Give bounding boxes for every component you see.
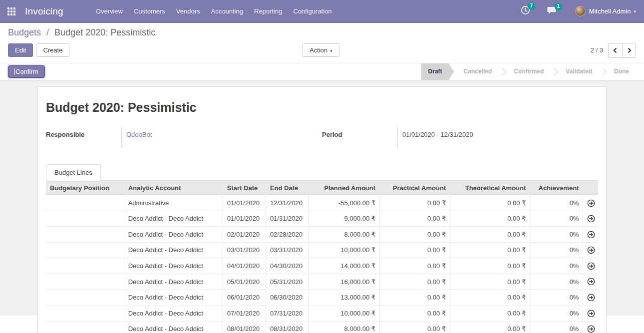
column-header-theoretical-amount[interactable]: Theoretical Amount bbox=[450, 181, 530, 195]
cell: 8,000.00 ₹ bbox=[309, 227, 379, 243]
budget-line-row[interactable]: Deco Addict - Deco Addict03/01/202003/31… bbox=[46, 242, 598, 258]
cell: 05/31/2020 bbox=[266, 274, 309, 290]
open-record-arrow-icon bbox=[587, 278, 595, 286]
open-line-button[interactable] bbox=[583, 195, 598, 211]
cell: 05/01/2020 bbox=[223, 274, 266, 290]
chevron-down-icon: ▾ bbox=[330, 48, 332, 53]
field-group: Responsible OdooBot Period 01/01/2020 - … bbox=[46, 126, 598, 147]
statusbar: Confirm DraftCancelledConfirmedValidated… bbox=[0, 63, 644, 80]
tab-budget-lines[interactable]: Budget Lines bbox=[46, 164, 101, 181]
budget-line-row[interactable]: Deco Addict - Deco Addict02/01/202002/28… bbox=[46, 227, 598, 243]
budget-line-row[interactable]: Deco Addict - Deco Addict06/01/202006/30… bbox=[46, 290, 598, 306]
messages-button[interactable]: 1 bbox=[542, 4, 562, 19]
column-header-end-date[interactable]: End Date bbox=[266, 181, 309, 195]
menu-item-vendors[interactable]: Vendors bbox=[171, 4, 206, 18]
activities-button[interactable]: 7 bbox=[516, 3, 535, 19]
clock-icon bbox=[521, 8, 530, 16]
budget-line-row[interactable]: Administrative01/01/202012/31/2020-55,00… bbox=[46, 195, 598, 211]
menu-item-overview[interactable]: Overview bbox=[90, 4, 128, 18]
cell: 0.00 ₹ bbox=[450, 211, 530, 227]
form-view-background: Budget 2020: Pessimistic Responsible Odo… bbox=[0, 80, 644, 316]
open-line-button[interactable] bbox=[583, 321, 598, 333]
open-record-arrow-icon bbox=[587, 294, 595, 302]
cell: Deco Addict - Deco Addict bbox=[124, 321, 223, 333]
status-cancelled[interactable]: Cancelled bbox=[456, 63, 500, 80]
main-menu: OverviewCustomersVendorsAccountingReport… bbox=[90, 4, 337, 18]
breadcrumb-budgets-link[interactable]: Budgets bbox=[8, 27, 41, 37]
confirm-button-label: Confirm bbox=[15, 68, 38, 75]
cell: 0% bbox=[530, 290, 583, 306]
cell: 07/31/2020 bbox=[266, 305, 309, 321]
cell: 16,000.00 ₹ bbox=[309, 274, 379, 290]
open-line-button[interactable] bbox=[583, 227, 598, 243]
menu-item-accounting[interactable]: Accounting bbox=[206, 4, 249, 18]
status-draft[interactable]: Draft bbox=[421, 63, 454, 80]
cell: 03/01/2020 bbox=[223, 242, 266, 258]
open-record-arrow-icon bbox=[587, 310, 595, 318]
budget-line-row[interactable]: Deco Addict - Deco Addict04/01/202004/30… bbox=[46, 258, 598, 274]
menu-item-reporting[interactable]: Reporting bbox=[249, 4, 288, 18]
cell: 0% bbox=[530, 211, 583, 227]
column-header-budgetary-position[interactable]: Budgetary Position bbox=[46, 181, 124, 195]
cell: 0.00 ₹ bbox=[380, 305, 450, 321]
cell bbox=[46, 195, 124, 211]
cell: Deco Addict - Deco Addict bbox=[124, 211, 223, 227]
edit-button[interactable]: Edit bbox=[8, 43, 33, 57]
open-line-button[interactable] bbox=[583, 290, 598, 306]
column-header-start-date[interactable]: Start Date bbox=[223, 181, 266, 195]
column-header-analytic-account[interactable]: Analytic Account bbox=[124, 181, 223, 195]
responsible-value-link[interactable]: OdooBot bbox=[122, 126, 152, 147]
pager-next-button[interactable] bbox=[622, 43, 636, 58]
responsible-label: Responsible bbox=[46, 126, 121, 147]
cell bbox=[46, 274, 124, 290]
open-record-arrow-icon bbox=[587, 325, 595, 333]
cell: 07/01/2020 bbox=[223, 305, 266, 321]
create-button[interactable]: Create bbox=[36, 43, 69, 57]
open-line-button[interactable] bbox=[583, 242, 598, 258]
cell: 0% bbox=[530, 258, 583, 274]
top-navbar: Invoicing OverviewCustomersVendorsAccoun… bbox=[0, 0, 644, 23]
period-value: 01/01/2020 - 12/31/2020 bbox=[398, 126, 473, 147]
confirm-button[interactable]: Confirm bbox=[8, 65, 45, 78]
apps-grid-icon[interactable] bbox=[4, 4, 19, 19]
cell: 0.00 ₹ bbox=[450, 290, 530, 306]
cell: 0.00 ₹ bbox=[380, 242, 450, 258]
budget-line-row[interactable]: Deco Addict - Deco Addict05/01/202005/31… bbox=[46, 274, 598, 290]
chevron-right-icon bbox=[627, 47, 632, 53]
cell: 14,000.00 ₹ bbox=[309, 258, 379, 274]
action-dropdown-button[interactable]: Action▾ bbox=[303, 43, 339, 57]
navbar-systray: 7 1 Mitchell Admin ▾ bbox=[509, 3, 636, 19]
status-arrow-separator bbox=[499, 68, 506, 75]
cell: -55,000.00 ₹ bbox=[309, 195, 379, 211]
budget-line-row[interactable]: Deco Addict - Deco Addict01/01/202001/31… bbox=[46, 211, 598, 227]
column-header-achievement[interactable]: Achievement bbox=[530, 181, 583, 195]
open-line-button[interactable] bbox=[583, 305, 598, 321]
cell: 0.00 ₹ bbox=[380, 227, 450, 243]
status-done[interactable]: Done bbox=[607, 63, 637, 80]
status-arrow-separator bbox=[551, 68, 558, 75]
user-menu[interactable]: Mitchell Admin ▾ bbox=[575, 6, 636, 16]
open-line-button[interactable] bbox=[583, 258, 598, 274]
open-line-button[interactable] bbox=[583, 274, 598, 290]
open-line-button[interactable] bbox=[583, 211, 598, 227]
column-header-planned-amount[interactable]: Planned Amount bbox=[309, 181, 379, 195]
status-confirmed[interactable]: Confirmed bbox=[506, 63, 551, 80]
notebook-tabbar: Budget Lines bbox=[46, 164, 598, 181]
budget-line-row[interactable]: Deco Addict - Deco Addict07/01/202007/31… bbox=[46, 305, 598, 321]
cell: 0.00 ₹ bbox=[450, 305, 530, 321]
cell: Deco Addict - Deco Addict bbox=[124, 305, 223, 321]
open-record-arrow-icon bbox=[587, 262, 595, 270]
pager-count: 2 / 3 bbox=[591, 46, 603, 54]
cell: 0% bbox=[530, 274, 583, 290]
app-brand[interactable]: Invoicing bbox=[25, 6, 63, 17]
cell: 10,000.00 ₹ bbox=[309, 305, 379, 321]
column-header-practical-amount[interactable]: Practical Amount bbox=[380, 181, 450, 195]
menu-item-customers[interactable]: Customers bbox=[128, 4, 171, 18]
status-validated[interactable]: Validated bbox=[558, 63, 600, 80]
cell: 0% bbox=[530, 227, 583, 243]
budget-line-row[interactable]: Deco Addict - Deco Addict08/01/202008/31… bbox=[46, 321, 598, 333]
menu-item-configuration[interactable]: Configuration bbox=[288, 4, 337, 18]
chevron-left-icon bbox=[613, 47, 618, 53]
column-header-actions bbox=[583, 181, 598, 195]
pager-previous-button[interactable] bbox=[608, 43, 622, 58]
